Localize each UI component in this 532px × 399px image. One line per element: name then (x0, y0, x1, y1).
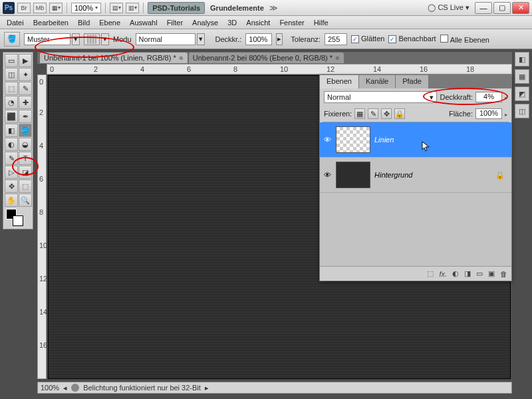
tool-blur[interactable]: ◐ (5, 138, 18, 151)
tool-bucket[interactable]: 🪣 (19, 124, 32, 137)
bridge-button[interactable]: Br (17, 3, 31, 13)
tool-stamp[interactable]: ⬛ (5, 110, 18, 123)
tab-ebenen[interactable]: Ebenen (320, 75, 359, 88)
layer-thumbnail[interactable] (336, 126, 370, 153)
tool-path[interactable]: ▷ (5, 166, 18, 179)
layer-row-linien[interactable]: 👁 Linien (320, 122, 511, 158)
status-arrow-icon[interactable]: ▸ (205, 384, 209, 392)
tool-eraser[interactable]: ◧ (5, 124, 18, 137)
view-extras-button[interactable]: ▤ (110, 3, 123, 13)
tool-brush[interactable]: ✚ (19, 96, 32, 109)
lock-transparency-icon[interactable]: ▦ (354, 108, 365, 119)
maximize-button[interactable]: ▢ (493, 2, 511, 14)
blend-mode-dropdown[interactable]: Normal ▾ (136, 33, 205, 45)
menu-auswahl[interactable]: Auswahl (130, 19, 158, 27)
lock-position-icon[interactable]: ✥ (381, 108, 392, 119)
tool-heal[interactable]: ◔ (5, 96, 18, 109)
menu-fenster[interactable]: Fenster (279, 19, 304, 27)
tool-3d[interactable]: ✥ (5, 180, 18, 193)
layer-fx-icon[interactable]: fx. (439, 270, 447, 278)
menu-datei[interactable]: Datei (7, 19, 24, 27)
antialias-checkbox[interactable]: Glätten (351, 35, 384, 43)
delete-layer-icon[interactable]: 🗑 (500, 270, 507, 278)
tool-3drotate[interactable]: ⬚ (19, 180, 32, 193)
fill-type-dropdown[interactable]: Muster ▾ (24, 33, 80, 45)
tool-dodge[interactable]: ◒ (19, 138, 32, 151)
arrange-button[interactable]: ▥ (126, 3, 139, 13)
tool-zoom[interactable]: 🔍 (19, 194, 32, 207)
contiguous-checkbox[interactable]: Benachbart (388, 35, 436, 43)
tool-type[interactable]: T (19, 152, 32, 165)
opacity-slider-icon[interactable] (505, 93, 507, 101)
adjustment-layer-icon[interactable]: ◨ (464, 269, 471, 278)
fill-slider-icon[interactable] (505, 110, 507, 118)
status-zoom[interactable]: 100% (41, 384, 59, 392)
tool-crop[interactable]: ⬚ (5, 82, 18, 95)
tool-marquee[interactable]: ◫ (5, 68, 18, 81)
document-tab-1-label: Unbenannt-1 bei 100% (Linien, RGB/8) * (44, 54, 176, 62)
tool-pen[interactable]: ✎ (5, 152, 18, 165)
close-icon[interactable]: ⊗ (335, 55, 340, 61)
layer-name[interactable]: Hintergrund (374, 171, 412, 179)
tool-eyedropper[interactable]: ✎ (19, 82, 32, 95)
tab-pfade[interactable]: Pfade (396, 75, 429, 88)
menu-hilfe[interactable]: Hilfe (314, 19, 329, 27)
tool-arrow[interactable]: ▶ (19, 54, 32, 67)
cslive-label: CS Live (438, 3, 464, 11)
tool-move[interactable]: ▭ (5, 54, 18, 67)
all-layers-checkbox[interactable]: Alle Ebenen (440, 35, 489, 44)
opacity-slider-icon[interactable]: ▸ (276, 33, 283, 45)
layer-mask-icon[interactable]: ◐ (452, 269, 459, 278)
menu-3d[interactable]: 3D (227, 19, 237, 27)
current-tool-icon[interactable]: 🪣 (4, 32, 20, 47)
tool-wand[interactable]: ✦ (19, 68, 32, 81)
pattern-picker[interactable]: ▾ (84, 33, 109, 45)
layer-blend-dropdown[interactable]: Normal▾ (324, 91, 437, 103)
layers-panel-icon[interactable]: ◫ (515, 104, 529, 118)
visibility-icon[interactable]: 👁 (323, 135, 332, 144)
menu-analyse[interactable]: Analyse (192, 19, 218, 27)
layer-thumbnail[interactable] (336, 162, 370, 188)
visibility-icon[interactable]: 👁 (323, 170, 332, 180)
menu-ansicht[interactable]: Ansicht (246, 19, 270, 27)
ruler-horizontal[interactable]: 0 2 4 6 8 10 12 14 16 18 (47, 64, 512, 74)
screen-mode-button[interactable]: ▦ (49, 3, 63, 13)
close-button[interactable]: ✕ (512, 2, 529, 14)
layer-opacity-field[interactable]: 4% (475, 92, 502, 102)
new-layer-icon[interactable]: ▣ (488, 269, 495, 278)
minimize-button[interactable]: — (475, 2, 492, 14)
document-tab-2[interactable]: Unbenannt-2 bei 800% (Ebene 0, RGB/8) *⊗ (189, 53, 344, 63)
close-icon[interactable]: ⊗ (179, 55, 184, 61)
swatches-panel-icon[interactable]: ▦ (515, 69, 529, 84)
menu-ebene[interactable]: Ebene (99, 19, 120, 27)
color-panel-icon[interactable]: ◧ (515, 52, 529, 66)
cslive-button[interactable]: ◯ CS Live ▾ (425, 3, 472, 12)
adjustments-panel-icon[interactable]: ◩ (515, 86, 529, 101)
tool-shape[interactable]: ◪ (19, 166, 32, 179)
workspace-name[interactable]: Grundelemente (207, 4, 267, 12)
new-group-icon[interactable]: ▭ (476, 269, 483, 278)
layer-fill-field[interactable]: 100% (475, 108, 502, 119)
zoom-dropdown[interactable]: 100% (71, 3, 101, 13)
lock-pixels-icon[interactable]: ✎ (368, 108, 378, 119)
status-arrow-icon[interactable]: ◂ (63, 384, 67, 392)
layer-row-hintergrund[interactable]: 👁 Hintergrund 🔒 (320, 158, 511, 193)
link-layers-icon[interactable]: ⬚ (427, 269, 434, 278)
ruler-vertical[interactable]: 0 2 4 6 8 10 12 14 16 (37, 74, 47, 379)
menu-bild[interactable]: Bild (78, 19, 90, 27)
lock-all-icon[interactable]: 🔒 (394, 108, 405, 119)
tool-hand[interactable]: ✋ (5, 194, 18, 207)
layers-panel: Ebenen Kanäle Pfade Normal▾ Deckkraft: 4… (319, 74, 512, 281)
opacity-field[interactable]: 100% (245, 33, 272, 45)
menu-bearbeiten[interactable]: Bearbeiten (33, 19, 68, 27)
document-tab-1[interactable]: Unbenannt-1 bei 100% (Linien, RGB/8) *⊗ (40, 53, 188, 63)
minibridge-button[interactable]: Mb (33, 3, 47, 13)
layer-name[interactable]: Linien (374, 136, 394, 144)
tolerance-field[interactable]: 255 (325, 33, 347, 45)
tool-history[interactable]: ✒ (19, 110, 32, 123)
more-icon[interactable]: ≫ (269, 3, 278, 13)
tab-kanaele[interactable]: Kanäle (359, 75, 396, 88)
fg-bg-swatch[interactable] (5, 207, 32, 227)
menu-filter[interactable]: Filter (167, 19, 183, 27)
background-color[interactable] (13, 215, 23, 226)
